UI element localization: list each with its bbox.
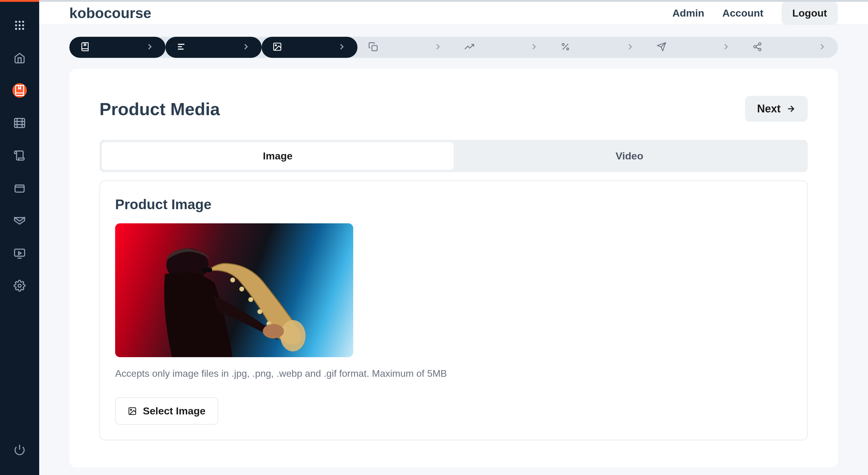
svg-rect-9 [14, 119, 24, 127]
chevron-right-icon [625, 42, 635, 53]
svg-point-21 [567, 48, 569, 50]
step-media[interactable] [261, 37, 358, 58]
svg-point-20 [562, 43, 564, 45]
svg-point-35 [257, 309, 262, 314]
saxophone-player-image [136, 235, 332, 357]
panel-title: Product Image [115, 196, 792, 213]
helper-text: Accepts only image files in .jpg, .png, … [115, 368, 792, 379]
svg-point-34 [248, 297, 253, 302]
svg-point-5 [22, 24, 24, 27]
next-button-label: Next [757, 102, 781, 115]
image-icon [128, 407, 137, 416]
percent-icon [561, 42, 570, 53]
svg-rect-10 [15, 185, 24, 192]
nav-account[interactable]: Account [722, 7, 764, 19]
scroll-icon[interactable] [12, 148, 27, 163]
left-rail [0, 0, 39, 475]
step-delivery[interactable] [646, 37, 742, 58]
step-pages[interactable] [358, 37, 454, 58]
book-bookmark-icon [80, 42, 90, 53]
svg-line-28 [756, 44, 759, 46]
svg-point-7 [19, 28, 21, 30]
trending-up-icon [464, 42, 474, 53]
svg-point-24 [758, 43, 761, 45]
wallet-icon[interactable] [12, 181, 27, 195]
svg-rect-18 [372, 45, 377, 51]
svg-line-27 [756, 47, 759, 49]
home-icon[interactable] [12, 51, 27, 65]
share-icon [752, 42, 762, 53]
svg-point-12 [18, 284, 21, 287]
card: Product Media Next Image Video Product I… [69, 69, 838, 468]
align-left-icon [176, 42, 186, 53]
svg-point-4 [19, 24, 21, 27]
rail-accent [0, 0, 39, 2]
logo[interactable]: kobocourse [69, 5, 151, 22]
mail-icon[interactable] [12, 213, 27, 228]
svg-line-19 [562, 44, 568, 50]
copy-icon [368, 42, 378, 53]
chevron-right-icon [529, 42, 539, 53]
chevron-right-icon [433, 42, 443, 53]
step-pricing[interactable] [550, 37, 646, 58]
svg-point-2 [22, 21, 24, 23]
image-icon [273, 42, 282, 53]
next-button[interactable]: Next [745, 96, 808, 122]
step-description[interactable] [165, 37, 261, 58]
power-icon[interactable] [12, 442, 27, 457]
svg-point-17 [275, 44, 276, 46]
chevron-right-icon [241, 42, 251, 53]
tab-image[interactable]: Image [102, 142, 454, 170]
page-title: Product Media [99, 99, 220, 119]
send-icon [657, 42, 666, 53]
svg-point-38 [263, 324, 284, 339]
chevron-right-icon [721, 42, 731, 53]
select-image-label: Select Image [143, 405, 206, 417]
svg-point-6 [15, 28, 17, 30]
panel-image: Product Image [99, 181, 808, 440]
chevron-right-icon [337, 42, 347, 53]
tabs: Image Video [99, 140, 808, 172]
apps-icon[interactable] [12, 18, 27, 33]
top-bar: kobocourse Admin Account Logout [39, 0, 868, 25]
step-product-info[interactable] [69, 37, 165, 58]
svg-point-33 [239, 287, 244, 291]
svg-point-25 [754, 45, 756, 48]
logo-bold: kobo [69, 5, 104, 21]
tab-video[interactable]: Video [454, 142, 805, 170]
svg-point-40 [130, 409, 132, 410]
logo-rest: course [104, 5, 151, 21]
bookmark-icon[interactable] [12, 83, 27, 98]
svg-point-1 [19, 21, 21, 23]
select-image-button[interactable]: Select Image [115, 397, 218, 425]
chevron-right-icon [145, 42, 155, 53]
step-share[interactable] [742, 37, 838, 58]
arrow-right-icon [786, 104, 796, 114]
video-play-icon[interactable] [12, 246, 27, 260]
svg-point-31 [280, 320, 306, 351]
svg-point-26 [758, 48, 761, 51]
svg-point-8 [22, 28, 24, 30]
svg-point-32 [230, 278, 235, 282]
svg-point-3 [15, 24, 17, 27]
film-icon[interactable] [12, 116, 27, 130]
stepper [69, 37, 838, 58]
product-image-preview [115, 223, 353, 357]
step-analytics[interactable] [454, 37, 550, 58]
nav-admin[interactable]: Admin [673, 7, 704, 19]
chevron-right-icon [817, 42, 827, 53]
settings-icon[interactable] [12, 279, 27, 293]
logout-button[interactable]: Logout [781, 2, 838, 24]
svg-point-0 [15, 21, 17, 23]
svg-rect-37 [202, 268, 212, 272]
